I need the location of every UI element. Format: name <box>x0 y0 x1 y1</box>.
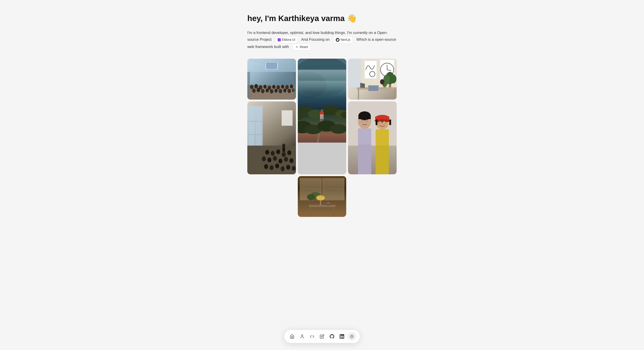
eldora-icon <box>278 38 281 42</box>
svg-rect-99 <box>368 86 378 91</box>
svg-rect-84 <box>365 61 377 79</box>
svg-rect-72 <box>321 115 323 119</box>
photo-conference-1 <box>247 59 296 100</box>
code-icon <box>310 334 314 339</box>
eldora-label: Eldora UI <box>282 37 295 43</box>
photo-conference-2 <box>247 101 296 174</box>
svg-point-19 <box>252 89 256 93</box>
svg-point-145 <box>351 335 353 337</box>
github-button[interactable] <box>328 332 336 341</box>
photo-office <box>348 59 397 100</box>
left-column <box>247 59 296 174</box>
theme-toggle-button[interactable] <box>348 332 356 341</box>
svg-rect-7 <box>266 63 277 69</box>
svg-rect-97 <box>364 84 365 88</box>
svg-rect-103 <box>358 89 359 100</box>
description-part2: And Focusing on <box>301 38 330 42</box>
svg-rect-74 <box>321 117 323 118</box>
svg-point-111 <box>366 120 368 122</box>
svg-rect-117 <box>376 120 378 125</box>
right-column <box>348 59 397 174</box>
svg-point-15 <box>276 85 280 90</box>
svg-point-26 <box>283 89 286 93</box>
nextjs-label: Next.js <box>340 37 350 43</box>
nextjs-badge[interactable]: Next.js <box>333 36 353 43</box>
svg-point-134 <box>307 194 315 200</box>
github-icon <box>330 334 334 339</box>
svg-point-48 <box>268 157 272 162</box>
svg-point-58 <box>292 166 296 171</box>
svg-point-42 <box>265 150 269 154</box>
user-icon <box>300 334 304 339</box>
svg-point-46 <box>288 150 292 155</box>
svg-point-12 <box>264 85 266 89</box>
react-icon: ⚛ <box>295 45 299 49</box>
svg-point-40 <box>282 144 285 148</box>
svg-point-52 <box>290 158 294 163</box>
svg-point-70 <box>320 111 324 115</box>
react-badge[interactable]: ⚛ React <box>292 44 311 51</box>
home-icon <box>290 334 294 339</box>
home-button[interactable] <box>288 332 296 341</box>
svg-rect-125 <box>358 144 371 174</box>
svg-point-22 <box>266 89 269 93</box>
svg-point-20 <box>256 88 260 92</box>
svg-point-44 <box>276 149 280 154</box>
svg-point-27 <box>288 89 291 93</box>
svg-point-92 <box>383 75 390 85</box>
svg-point-54 <box>270 165 274 170</box>
svg-point-49 <box>273 156 277 161</box>
svg-point-144 <box>302 335 303 336</box>
svg-rect-112 <box>358 128 371 146</box>
svg-line-153 <box>353 335 353 335</box>
svg-point-51 <box>284 157 288 162</box>
svg-point-143 <box>326 202 330 204</box>
svg-point-24 <box>274 89 278 93</box>
linkedin-icon <box>340 334 344 339</box>
svg-point-17 <box>285 85 289 89</box>
svg-rect-29 <box>247 72 250 99</box>
svg-point-139 <box>316 196 324 200</box>
svg-rect-141 <box>333 207 334 217</box>
svg-rect-83 <box>348 59 361 87</box>
svg-point-43 <box>271 151 275 156</box>
code-button[interactable] <box>308 332 316 341</box>
svg-line-149 <box>353 337 353 338</box>
svg-point-45 <box>282 152 286 157</box>
photo-selfie <box>348 101 397 174</box>
svg-rect-106 <box>348 101 397 146</box>
svg-point-110 <box>361 120 364 122</box>
eldora-badge[interactable]: Eldora UI <box>275 36 298 43</box>
svg-rect-30 <box>293 72 296 99</box>
svg-rect-122 <box>383 122 386 124</box>
dock-container <box>284 330 360 343</box>
photo-foggy-mountain <box>298 59 346 174</box>
linkedin-button[interactable] <box>338 332 346 341</box>
svg-rect-126 <box>376 146 389 174</box>
svg-point-80 <box>330 124 346 134</box>
svg-rect-73 <box>321 116 323 117</box>
svg-rect-41 <box>282 147 285 152</box>
hero-title: hey, I'm Karthikeya varma 👋 <box>247 14 397 23</box>
profile-button[interactable] <box>298 332 306 341</box>
svg-point-16 <box>281 85 284 89</box>
svg-rect-118 <box>390 120 391 125</box>
svg-rect-124 <box>376 129 389 147</box>
svg-point-55 <box>275 163 279 168</box>
nextjs-icon <box>336 38 340 42</box>
svg-rect-109 <box>358 116 371 119</box>
edit-icon <box>320 334 324 339</box>
svg-rect-104 <box>394 89 396 100</box>
svg-point-53 <box>264 164 268 169</box>
svg-point-23 <box>270 89 274 94</box>
edit-button[interactable] <box>318 332 326 341</box>
svg-point-21 <box>261 89 264 94</box>
dock <box>284 330 360 343</box>
svg-point-14 <box>272 85 276 89</box>
hero-description: I'm a frontend developer, optimist, and … <box>247 30 397 51</box>
svg-point-50 <box>278 158 283 163</box>
svg-rect-136 <box>309 205 335 207</box>
svg-point-18 <box>290 85 293 89</box>
photo-cafe <box>298 176 346 217</box>
svg-point-56 <box>280 166 285 171</box>
